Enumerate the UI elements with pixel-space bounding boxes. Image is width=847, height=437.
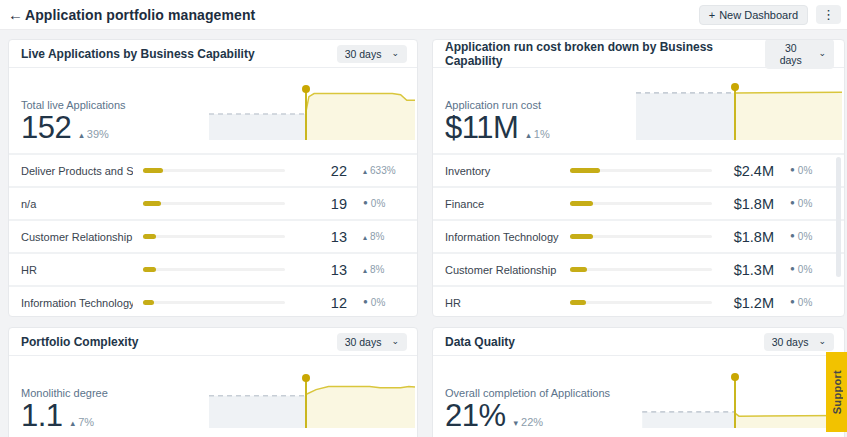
kpi-delta-value: 22% (521, 416, 543, 428)
card-live-applications: Live Applications by Business Capability… (8, 39, 418, 317)
overflow-menu-icon[interactable]: ⋮ (816, 5, 841, 25)
row-delta-value: 0% (798, 165, 812, 176)
new-dashboard-button[interactable]: + New Dashboard (699, 5, 808, 25)
row-bar (570, 169, 712, 172)
row-delta-value: 0% (798, 231, 812, 242)
new-dashboard-label: New Dashboard (719, 9, 798, 21)
scrollbar[interactable] (836, 157, 841, 277)
sparkline (209, 78, 415, 140)
row-bar-fill (570, 234, 593, 239)
row-bar (570, 301, 712, 304)
page-title: Application portfolio management (25, 7, 255, 23)
row-bar (143, 235, 285, 238)
kpi-delta-value: 39% (87, 128, 109, 140)
row-delta-value: 0% (798, 198, 812, 209)
row-value: $1.3M (722, 262, 774, 278)
period-label: 30 days (772, 336, 809, 348)
row-delta-icon: ● (790, 198, 795, 207)
row-bar (570, 268, 712, 271)
row-delta-value: 0% (371, 198, 385, 209)
period-dropdown[interactable]: 30 days ⌄ (764, 333, 834, 351)
table-row[interactable]: Deliver Products and Services 22 ▴ 633% (9, 153, 417, 186)
row-bar-fill (570, 201, 593, 206)
row-label: Finance (445, 198, 560, 210)
row-delta-value: 0% (798, 297, 812, 308)
kpi-value: $11M (445, 112, 518, 145)
table-row[interactable]: Information Technology 12 ● 0% (9, 285, 417, 317)
row-label: Customer Relationship (21, 231, 133, 243)
sparkline (209, 366, 415, 428)
table-row[interactable]: Finance $1.8M ● 0% (433, 186, 844, 219)
chevron-down-icon: ⌄ (391, 49, 399, 58)
row-value: 19 (295, 196, 347, 212)
row-label: HR (445, 297, 560, 309)
row-label: Information Technology (445, 231, 560, 243)
row-value: $1.2M (722, 295, 774, 311)
row-bar-fill (143, 300, 154, 305)
row-label: Inventory (445, 165, 560, 177)
support-tab[interactable]: Support (826, 352, 847, 432)
row-label: n/a (21, 198, 133, 210)
spark-point-marker (731, 373, 739, 381)
period-label: 30 days (345, 48, 382, 60)
kpi-delta-value: 1% (534, 128, 550, 140)
row-label: HR (21, 264, 133, 276)
row-delta-icon: ▴ (363, 167, 367, 176)
kpi-value: 21% (445, 400, 506, 433)
spark-point-marker (731, 83, 739, 91)
row-delta-icon: ▴ (363, 266, 367, 275)
row-value: 12 (295, 295, 347, 311)
back-icon[interactable]: ← (8, 7, 23, 22)
plus-icon: + (709, 9, 715, 21)
period-dropdown[interactable]: 30 days ⌄ (765, 39, 834, 69)
row-delta-value: 8% (370, 231, 384, 242)
row-delta-icon: ● (363, 198, 368, 207)
row-bar-fill (570, 300, 586, 305)
table-row[interactable]: Information Technology $1.8M ● 0% (433, 219, 844, 252)
table-row[interactable]: HR $1.2M ● 0% (433, 285, 844, 317)
dashboard-grid: Live Applications by Business Capability… (8, 39, 845, 437)
top-bar: ← Application portfolio management + New… (0, 0, 847, 30)
row-value: 22 (295, 163, 347, 179)
kpi-delta-icon: ▴ (79, 130, 84, 140)
row-bar (570, 202, 712, 205)
table-row[interactable]: Customer Relationship $1.3M ● 0% (433, 252, 844, 285)
metric-list: Deliver Products and Services 22 ▴ 633% … (9, 153, 417, 317)
kpi-delta-icon: ▾ (514, 418, 519, 428)
table-row[interactable]: HR 13 ▴ 8% (9, 252, 417, 285)
row-value: $1.8M (722, 196, 774, 212)
row-bar-fill (143, 201, 161, 206)
row-bar (143, 301, 285, 304)
row-delta-icon: ● (363, 297, 368, 306)
card-title: Live Applications by Business Capability (21, 47, 255, 61)
row-delta-icon: ● (790, 264, 795, 273)
kpi-value: 1.1 (21, 400, 63, 433)
row-delta-icon: ● (790, 297, 795, 306)
row-label: Customer Relationship (445, 264, 560, 276)
row-delta-value: 8% (370, 264, 384, 275)
spark-point-marker (302, 374, 310, 382)
chevron-down-icon: ⌄ (391, 337, 399, 346)
period-dropdown[interactable]: 30 days ⌄ (337, 45, 407, 63)
table-row[interactable]: n/a 19 ● 0% (9, 186, 417, 219)
period-label: 30 days (345, 336, 382, 348)
row-value: 13 (295, 262, 347, 278)
table-row[interactable]: Customer Relationship 13 ▴ 8% (9, 219, 417, 252)
chevron-down-icon: ⌄ (818, 337, 826, 346)
row-delta-value: 0% (798, 264, 812, 275)
kpi-value: 152 (21, 112, 71, 145)
row-bar-fill (570, 267, 587, 272)
card-portfolio-complexity: Portfolio Complexity 30 days ⌄ Monolithi… (8, 327, 418, 437)
kpi-delta-value: 7% (78, 416, 94, 428)
row-bar-fill (143, 168, 163, 173)
sparkline (636, 78, 842, 140)
table-row[interactable]: Inventory $2.4M ● 0% (433, 153, 844, 186)
row-delta-value: 633% (370, 165, 396, 176)
spark-point-marker (302, 85, 310, 93)
kpi-delta-icon: ▴ (71, 418, 76, 428)
card-application-run-cost: Application run cost broken down by Busi… (432, 39, 845, 317)
card-title: Application run cost broken down by Busi… (445, 40, 765, 68)
row-bar (570, 235, 712, 238)
period-dropdown[interactable]: 30 days ⌄ (337, 333, 407, 351)
row-delta-value: 0% (371, 297, 385, 308)
